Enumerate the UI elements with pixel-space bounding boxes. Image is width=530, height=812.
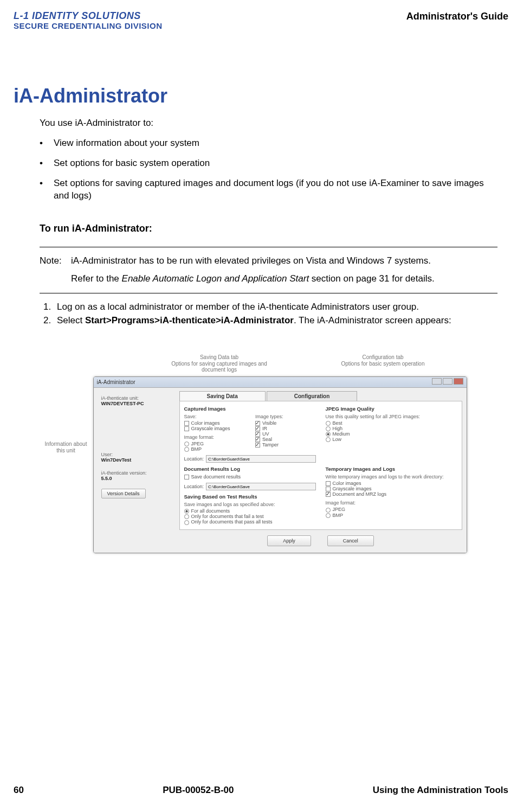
radio-fail-docs[interactable]: [184, 514, 189, 519]
note-label: Note:: [40, 255, 71, 285]
unit-value: WIN7DEVTEST-PC: [101, 401, 176, 406]
opt-label: Save document results: [191, 474, 241, 479]
note-line-1: iA-Administrator has to be run with elev…: [71, 255, 435, 267]
opt-label: Grayscale images: [191, 426, 230, 431]
format-label: Image format:: [326, 500, 457, 506]
opt-label: Color images: [333, 481, 361, 486]
location-label: Location:: [184, 456, 204, 462]
page-footer: 60 PUB-00052-B-00 Using the Administrati…: [14, 785, 508, 796]
save-label: Save:: [184, 414, 245, 419]
maximize-icon[interactable]: [443, 378, 453, 385]
note-text-pre: Refer to the: [71, 273, 122, 284]
group-saving-based-tests: Saving Based on Test Results Save images…: [184, 494, 316, 525]
app-window: iA-Administrator iA-thenticate unit: WIN…: [93, 376, 467, 553]
location-label: Location:: [184, 484, 204, 489]
steps-list: Log on as a local administrator or membe…: [54, 301, 497, 327]
minimize-icon[interactable]: [432, 378, 442, 385]
radio-medium[interactable]: [326, 432, 331, 437]
opt-label: Only for documents that fail a test: [191, 514, 264, 519]
types-label: Image types:: [255, 414, 316, 419]
callout-saving-tab: Saving Data tab Options for saving captu…: [163, 354, 276, 373]
location-input[interactable]: [206, 455, 315, 463]
version-value: 5.5.0: [101, 476, 176, 481]
window-title: iA-Administrator: [97, 379, 135, 385]
step-2-bold: Start>Programs>iA-thenticate>iA-Administ…: [85, 315, 294, 325]
note-line-2: Refer to the Enable Automatic Logon and …: [71, 273, 435, 285]
opt-label: Medium: [333, 431, 350, 437]
opt-label: UV: [262, 431, 269, 437]
opt-label: JPEG: [191, 441, 204, 446]
version-label: iA-thenticate version:: [101, 470, 176, 476]
checkbox-grayscale-images[interactable]: [184, 426, 189, 431]
group-title: JPEG Image Quality: [326, 406, 457, 412]
user-value: Win7DevTest: [101, 457, 176, 463]
radio-all-docs[interactable]: [184, 509, 189, 514]
format-label: Image format:: [184, 434, 245, 440]
opt-label: IR: [262, 426, 267, 431]
close-icon[interactable]: [454, 378, 463, 385]
opt-label: Visible: [262, 420, 276, 426]
logo-block: L-1 IDENTITY SOLUTIONS SECURE CREDENTIAL…: [14, 11, 163, 30]
radio-bmp[interactable]: [184, 447, 189, 452]
window-titlebar: iA-Administrator: [94, 377, 467, 388]
bullet-item: Set options for saving captured images a…: [40, 177, 497, 202]
checkbox-save-doc-results[interactable]: [184, 475, 189, 479]
radio-jpeg[interactable]: [184, 442, 189, 446]
opt-label: BMP: [333, 513, 344, 518]
radio-best[interactable]: [326, 421, 331, 426]
step-2-post: . The iA-Administrator screen appears:: [294, 315, 451, 325]
bullet-item: Set options for basic system operation: [40, 157, 497, 170]
group-title: Captured Images: [184, 406, 316, 412]
step-1: Log on as a local administrator or membe…: [54, 301, 497, 314]
opt-label: Seal: [262, 437, 272, 442]
opt-label: BMP: [191, 446, 202, 452]
window-controls: [431, 378, 463, 386]
checkbox-temp-doc-mrz[interactable]: [326, 492, 331, 497]
unit-label: iA-thenticate unit:: [101, 395, 176, 401]
jpeg-desc: Use this quality setting for all JPEG im…: [326, 414, 457, 419]
checkbox-color-images[interactable]: [184, 421, 189, 426]
sub-heading: To run iA-Administrator:: [40, 222, 497, 235]
note-box: Note: iA-Administrator has to be run wit…: [40, 247, 497, 293]
logo-line-1: L-1 IDENTITY SOLUTIONS: [14, 11, 163, 22]
radio-low[interactable]: [326, 437, 331, 442]
side-info-panel: iA-thenticate unit: WIN7DEVTEST-PC User:…: [98, 391, 179, 546]
guide-title: Administrator's Guide: [406, 11, 508, 22]
opt-label: Tamper: [262, 442, 279, 447]
opt-label: Best: [333, 420, 342, 426]
footer-section: Using the Administration Tools: [373, 785, 508, 796]
radio-pass-docs[interactable]: [184, 520, 189, 525]
note-text-post: section on page 31 for details.: [309, 273, 435, 284]
group-doc-results-log: Document Results Log Save document resul…: [184, 466, 316, 490]
page-header: L-1 IDENTITY SOLUTIONS SECURE CREDENTIAL…: [14, 11, 508, 30]
tab-saving-data[interactable]: Saving Data: [179, 391, 266, 401]
opt-label: High: [333, 426, 343, 431]
checkbox-temp-color[interactable]: [326, 481, 331, 486]
group-captured-images: Captured Images Save: Color images Grays…: [184, 406, 316, 463]
tab-configuration[interactable]: Configuration: [267, 391, 358, 401]
intro-paragraph: You use iA-Administrator to:: [40, 117, 497, 130]
page-title: iA-Administrator: [14, 85, 508, 107]
callout-config-tab: Configuration tab Options for basic syst…: [341, 354, 425, 373]
version-details-button[interactable]: Version Details: [101, 489, 146, 498]
callout-unit-info: Information about this unit: [44, 441, 88, 453]
radio-high[interactable]: [326, 426, 331, 431]
apply-button[interactable]: Apply: [267, 535, 311, 546]
radio-temp-bmp[interactable]: [326, 513, 331, 518]
group-temp-images-logs: Temporary Images and Logs Write temporar…: [326, 466, 457, 525]
group-jpeg-quality: JPEG Image Quality Use this quality sett…: [326, 406, 457, 463]
opt-label: Grayscale images: [333, 486, 372, 491]
opt-label: Document and MRZ logs: [333, 491, 387, 497]
opt-label: Color images: [191, 420, 220, 426]
group-title: Document Results Log: [184, 466, 316, 472]
logo-line-2: SECURE CREDENTIALING DIVISION: [14, 22, 163, 31]
checkbox-tamper[interactable]: [255, 443, 260, 447]
bullet-item: View information about your system: [40, 137, 497, 150]
radio-temp-jpeg[interactable]: [326, 508, 331, 513]
user-label: User:: [101, 452, 176, 457]
publication-id: PUB-00052-B-00: [163, 785, 234, 796]
location-input[interactable]: [206, 483, 315, 490]
intro-bullets: View information about your system Set o…: [40, 137, 497, 202]
cancel-button[interactable]: Cancel: [327, 535, 374, 546]
saving-based-desc: Save images and logs as specified above:: [184, 502, 316, 507]
